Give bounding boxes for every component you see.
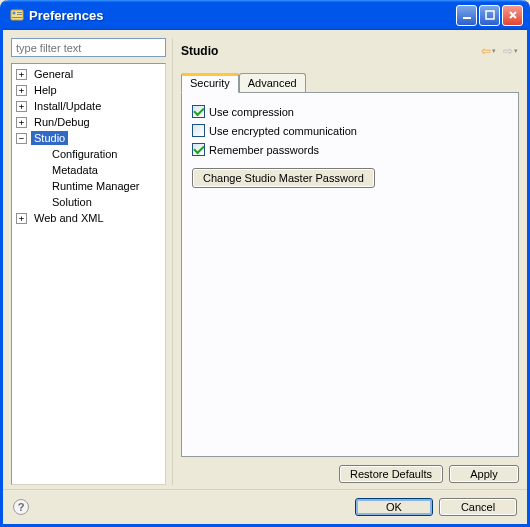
tree-item-metadata[interactable]: Metadata: [12, 162, 165, 178]
expand-icon[interactable]: +: [16, 101, 27, 112]
ok-button[interactable]: OK: [355, 498, 433, 516]
svg-rect-3: [17, 14, 22, 15]
expand-icon[interactable]: +: [16, 213, 27, 224]
use-compression-checkbox[interactable]: [192, 105, 205, 118]
filter-input[interactable]: [11, 38, 166, 57]
tree-item-solution[interactable]: Solution: [12, 194, 165, 210]
svg-point-1: [13, 12, 16, 15]
preferences-window: Preferences + General: [0, 0, 530, 527]
remember-passwords-checkbox[interactable]: [192, 143, 205, 156]
history-back-button[interactable]: ⇦▾: [479, 42, 497, 60]
expand-icon[interactable]: +: [16, 69, 27, 80]
expand-icon[interactable]: +: [16, 85, 27, 96]
restore-defaults-button[interactable]: Restore Defaults: [339, 465, 443, 483]
titlebar[interactable]: Preferences: [3, 0, 527, 30]
tree-item-install-update[interactable]: + Install/Update: [12, 98, 165, 114]
use-encrypted-checkbox[interactable]: [192, 124, 205, 137]
tree-item-web-xml[interactable]: + Web and XML: [12, 210, 165, 226]
preferences-tree[interactable]: + General + Help + Install/Update + Run/…: [11, 63, 166, 485]
tree-item-configuration[interactable]: Configuration: [12, 146, 165, 162]
minimize-button[interactable]: [456, 5, 477, 26]
checkbox-label[interactable]: Remember passwords: [209, 144, 319, 156]
tree-item-help[interactable]: + Help: [12, 82, 165, 98]
svg-rect-6: [486, 11, 494, 19]
cancel-button[interactable]: Cancel: [439, 498, 517, 516]
collapse-icon[interactable]: −: [16, 133, 27, 144]
tabstrip: Security Advanced: [181, 70, 519, 92]
tree-item-runtime-manager[interactable]: Runtime Manager: [12, 178, 165, 194]
apply-button[interactable]: Apply: [449, 465, 519, 483]
app-icon: [9, 7, 25, 23]
svg-rect-4: [12, 17, 22, 18]
tab-label: Advanced: [248, 77, 297, 89]
tree-item-general[interactable]: + General: [12, 66, 165, 82]
page-title: Studio: [181, 44, 479, 58]
checkbox-label[interactable]: Use compression: [209, 106, 294, 118]
tab-label: Security: [190, 77, 230, 89]
tree-item-run-debug[interactable]: + Run/Debug: [12, 114, 165, 130]
svg-rect-5: [463, 17, 471, 19]
svg-rect-2: [17, 12, 22, 13]
change-master-password-button[interactable]: Change Studio Master Password: [192, 168, 375, 188]
help-icon[interactable]: ?: [13, 499, 29, 515]
close-button[interactable]: [502, 5, 523, 26]
tree-item-studio[interactable]: − Studio: [12, 130, 165, 146]
tab-advanced[interactable]: Advanced: [239, 73, 306, 92]
window-title: Preferences: [29, 8, 456, 23]
expand-icon[interactable]: +: [16, 117, 27, 128]
maximize-button[interactable]: [479, 5, 500, 26]
tab-panel-security: Use compression Use encrypted communicat…: [181, 92, 519, 457]
tab-security[interactable]: Security: [181, 73, 239, 93]
history-forward-button: ⇨▾: [501, 42, 519, 60]
checkbox-label[interactable]: Use encrypted communication: [209, 125, 357, 137]
